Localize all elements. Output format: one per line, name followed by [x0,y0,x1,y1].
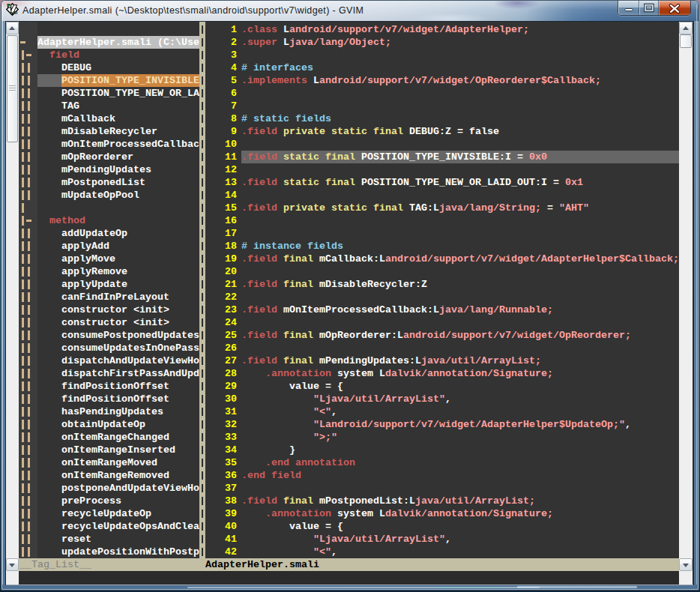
svg-text:m: m [13,10,17,15]
